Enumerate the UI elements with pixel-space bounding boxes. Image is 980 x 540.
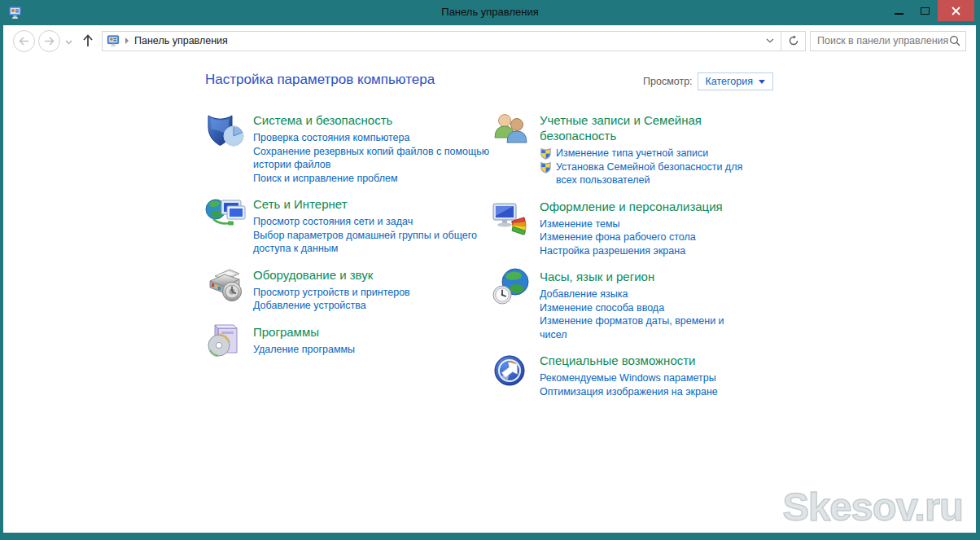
category-title-system-security[interactable]: Система и безопасность — [253, 112, 491, 128]
toolbar: Панель управления — [3, 25, 976, 55]
minimize-icon — [895, 13, 903, 15]
breadcrumb-arrow-icon — [125, 37, 129, 44]
category-network-internet: Сеть и Интернет Просмотр состояния сети … — [205, 195, 492, 256]
appearance-personalization-icon[interactable] — [492, 198, 532, 235]
chevron-down-icon — [65, 40, 72, 45]
uac-shield-icon — [540, 147, 552, 160]
right-column: Учетные записи и Семейная безопасность И… — [492, 112, 768, 409]
refresh-button[interactable] — [781, 31, 806, 51]
recent-pages-dropdown[interactable] — [65, 33, 72, 48]
hardware-sound-icon[interactable] — [205, 266, 246, 304]
up-arrow-icon — [82, 34, 94, 47]
search-box — [810, 31, 966, 51]
link-uninstall-program[interactable]: Удаление программы — [253, 343, 491, 357]
control-panel-icon — [107, 35, 120, 47]
maximize-button[interactable] — [912, 0, 938, 21]
category-clock-language: Часы, язык и регион Добавление языка Изм… — [492, 268, 768, 341]
category-user-accounts: Учетные записи и Семейная безопасность И… — [492, 112, 768, 187]
page-title: Настройка параметров компьютера — [205, 72, 435, 88]
link-optimize-visual-display[interactable]: Оптимизация изображения на экране — [540, 385, 753, 399]
link-setup-family-safety[interactable]: Установка Семейной безопасности для всех… — [540, 160, 753, 187]
category-appearance: Оформление и персонализация Изменение те… — [492, 198, 768, 258]
minimize-button[interactable] — [886, 0, 912, 21]
forward-arrow-icon — [44, 37, 55, 46]
link-change-date-time-formats[interactable]: Изменение форматов даты, времени и чисел — [540, 314, 753, 341]
link-check-computer-status[interactable]: Проверка состояния компьютера — [253, 131, 491, 145]
link-change-input-methods[interactable]: Изменение способа ввода — [540, 301, 753, 315]
breadcrumb: Панель управления — [134, 35, 759, 46]
user-accounts-icon[interactable] — [492, 112, 532, 149]
chevron-down-icon — [766, 38, 774, 43]
search-input[interactable] — [817, 35, 949, 46]
view-by-dropdown[interactable]: Категория — [698, 72, 773, 90]
link-change-desktop-background[interactable]: Изменение фона рабочего стола — [540, 230, 753, 244]
refresh-icon — [788, 35, 799, 46]
network-internet-icon[interactable] — [205, 195, 246, 233]
close-button[interactable] — [938, 0, 974, 21]
address-dropdown-button[interactable] — [759, 32, 781, 50]
link-change-account-type[interactable]: Изменение типа учетной записи — [540, 147, 753, 160]
system-security-icon[interactable] — [205, 112, 246, 149]
uac-shield-icon — [540, 161, 552, 173]
category-title-appearance[interactable]: Оформление и персонализация — [540, 199, 753, 214]
search-icon[interactable] — [949, 35, 960, 46]
link-adjust-screen-resolution[interactable]: Настройка разрешения экрана — [540, 244, 753, 258]
category-programs: Программы Удаление программы — [205, 323, 492, 361]
link-recommended-settings[interactable]: Рекомендуемые Windows параметры — [540, 371, 753, 385]
titlebar: Панель управления — [0, 0, 980, 25]
back-arrow-icon — [19, 37, 29, 46]
link-label: Изменение типа учетной записи — [556, 147, 708, 160]
ease-of-access-icon[interactable] — [492, 352, 532, 389]
up-button[interactable] — [82, 34, 94, 47]
view-by-label: Просмотр: — [643, 76, 693, 87]
link-find-fix-problems[interactable]: Поиск и исправление проблем — [253, 172, 491, 186]
programs-icon[interactable] — [205, 323, 246, 361]
forward-button[interactable] — [38, 30, 60, 52]
category-title-hardware-sound[interactable]: Оборудование и звук — [253, 267, 491, 283]
category-title-clock-language[interactable]: Часы, язык и регион — [540, 269, 753, 284]
clock-language-region-icon[interactable] — [492, 268, 532, 305]
control-panel-window: Панель управления Панель управления Наст… — [0, 0, 980, 540]
window-title: Панель управления — [0, 6, 980, 18]
address-bar[interactable]: Панель управления — [102, 31, 781, 51]
category-title-ease-of-access[interactable]: Специальные возможности — [540, 353, 753, 368]
category-ease-of-access: Специальные возможности Рекомендуемые Wi… — [492, 352, 768, 398]
link-devices-printers[interactable]: Просмотр устройств и принтеров — [253, 286, 491, 300]
chevron-down-icon — [759, 80, 765, 84]
view-by-value: Категория — [706, 76, 753, 87]
link-add-device[interactable]: Добавление устройства — [253, 299, 491, 313]
link-homegroup-sharing[interactable]: Выбор параметров домашней группы и общег… — [253, 229, 491, 256]
category-title-programs[interactable]: Программы — [253, 324, 491, 340]
watermark: Skesov.ru — [782, 484, 963, 529]
left-column: Система и безопасность Проверка состояни… — [205, 112, 492, 371]
close-icon — [952, 7, 960, 15]
category-title-user-accounts[interactable]: Учетные записи и Семейная безопасность — [540, 112, 753, 143]
link-network-status[interactable]: Просмотр состояния сети и задач — [253, 215, 491, 229]
link-add-language[interactable]: Добавление языка — [540, 288, 753, 301]
back-button[interactable] — [13, 30, 35, 52]
view-by-control: Просмотр: Категория — [643, 72, 773, 90]
category-hardware-sound: Оборудование и звук Просмотр устройств и… — [205, 266, 492, 313]
maximize-icon — [921, 7, 930, 15]
link-change-theme[interactable]: Изменение темы — [540, 217, 753, 231]
window-body: Панель управления Настройка параметров к… — [3, 25, 976, 533]
link-label: Установка Семейной безопасности для всех… — [556, 160, 753, 187]
link-file-history-backup[interactable]: Сохранение резервных копий файлов с помо… — [253, 145, 491, 172]
category-title-network-internet[interactable]: Сеть и Интернет — [253, 196, 491, 212]
category-system-security: Система и безопасность Проверка состояни… — [205, 112, 492, 185]
